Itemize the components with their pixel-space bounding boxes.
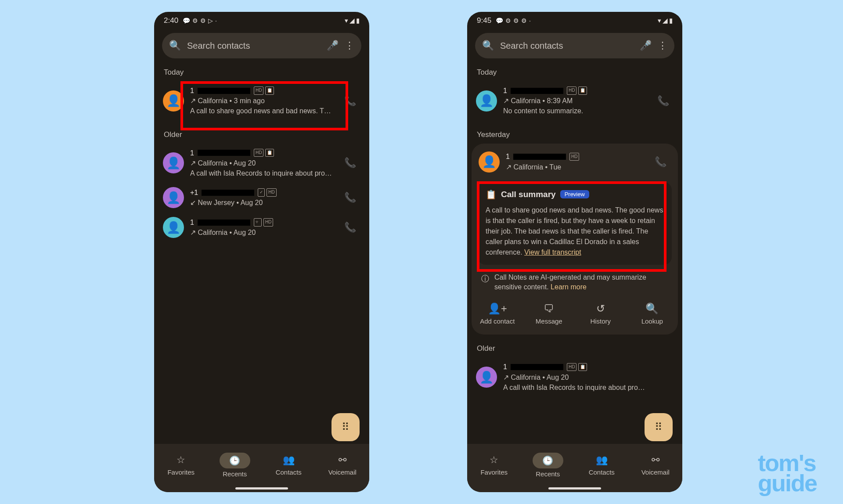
gesture-bar: [235, 487, 288, 490]
more-icon[interactable]: ⋮: [658, 40, 667, 51]
dialpad-fab[interactable]: ⠿: [331, 413, 360, 441]
redacted-number: [198, 150, 250, 156]
signal-icon: ◢: [349, 17, 355, 25]
signal-icon: ◢: [663, 17, 668, 25]
search-bar[interactable]: 🔍 Search contacts 🎤 ⋮: [162, 33, 361, 58]
more-icon[interactable]: ⋮: [345, 40, 354, 51]
wifi-icon: ▾: [345, 17, 348, 25]
history-icon: ↺: [581, 302, 620, 315]
section-today: Today: [467, 58, 682, 81]
outgoing-icon: ↗: [503, 374, 509, 381]
avatar[interactable]: 👤: [479, 151, 500, 173]
status-icons-left: 💬 ⚙ ⚙ ⚙ ·: [496, 17, 531, 24]
status-icons-right: ▾ ◢ ▮: [345, 17, 360, 25]
redacted-number: [513, 154, 566, 160]
section-yesterday: Yesterday: [467, 121, 682, 144]
avatar[interactable]: 👤: [163, 187, 184, 208]
dialpad-fab[interactable]: ⠿: [645, 413, 673, 441]
status-bar: 9:45 💬 ⚙ ⚙ ⚙ · ▾ ◢ ▮: [467, 12, 682, 29]
battery-icon: ▮: [356, 17, 360, 25]
status-time: 2:40: [164, 16, 178, 25]
action-history[interactable]: ↺History: [581, 302, 620, 325]
call-back-button[interactable]: 📞: [340, 187, 360, 208]
nav-contacts[interactable]: 👥Contacts: [264, 454, 313, 476]
outgoing-icon: ↗: [190, 159, 196, 167]
mic-icon[interactable]: 🎤: [327, 40, 339, 51]
nav-favorites[interactable]: ☆Favorites: [157, 454, 205, 476]
call-badges: HD 📋: [254, 86, 274, 95]
gesture-bar: [548, 487, 601, 490]
bottom-nav: ☆Favorites 🕒Recents 👥Contacts ⚯Voicemail: [154, 444, 369, 492]
call-row[interactable]: 👤 1 HD ↗ California • Tue 📞: [472, 145, 678, 179]
avatar[interactable]: 👤: [163, 90, 184, 112]
call-back-button[interactable]: 📞: [653, 91, 674, 111]
nav-voicemail[interactable]: ⚯Voicemail: [318, 454, 367, 476]
call-row[interactable]: 👤 +1 ✓HD ↙ New Jersey • Aug 20 📞: [154, 183, 369, 212]
call-summary-block: 📋 Call summary Preview A call to share g…: [478, 182, 672, 265]
add-contact-icon: 👤+: [478, 302, 517, 315]
avatar[interactable]: 👤: [476, 90, 497, 112]
call-actions: 👤+Add contact 🗨Message ↺History 🔍Lookup: [472, 296, 678, 327]
call-row[interactable]: 👤 1 HD📋 ↗ California • Aug 20 A call wit…: [467, 357, 682, 397]
avatar[interactable]: 👤: [163, 217, 184, 238]
call-back-button[interactable]: 📞: [340, 217, 360, 238]
avatar[interactable]: 👤: [476, 367, 497, 388]
view-transcript-link[interactable]: View full transcript: [524, 248, 581, 256]
redacted-number: [202, 190, 254, 196]
phone-screen-right: 9:45 💬 ⚙ ⚙ ⚙ · ▾ ◢ ▮ 🔍 Search contacts 🎤…: [467, 12, 682, 492]
call-row[interactable]: 👤 1 HD 📋 ↗ California • 3 min ago A call…: [154, 81, 369, 121]
nav-recents[interactable]: 🕒Recents: [211, 453, 259, 478]
action-message[interactable]: 🗨Message: [529, 302, 569, 325]
bottom-nav: ☆Favorites 🕒Recents 👥Contacts ⚯Voicemail: [467, 444, 682, 492]
people-icon: 👥: [264, 454, 313, 466]
wifi-icon: ▾: [658, 17, 661, 25]
learn-more-link[interactable]: Learn more: [551, 283, 587, 291]
redacted-number: [511, 364, 563, 370]
call-back-button[interactable]: 📞: [650, 152, 671, 172]
star-icon: ☆: [470, 454, 518, 466]
summary-text: A call to share good news and bad news. …: [486, 205, 664, 258]
summary-icon: 📋: [486, 189, 497, 200]
clock-icon: 🕒: [220, 453, 250, 468]
call-back-button[interactable]: 📞: [340, 91, 360, 111]
watermark: tom's guide: [758, 453, 817, 493]
call-row[interactable]: 👤 1 HD📋 ↗ California • 8:39 AM No conten…: [467, 81, 682, 121]
redacted-number: [198, 88, 250, 94]
phone-screen-left: 2:40 💬 ⚙ ⚙ ▷ · ▾ ◢ ▮ 🔍 Search contacts 🎤…: [154, 12, 369, 492]
ai-disclosure: ⓘ Call Notes are AI-generated and may su…: [472, 268, 678, 297]
redacted-number: [198, 220, 250, 226]
outgoing-icon: ↗: [190, 229, 196, 236]
avatar[interactable]: 👤: [163, 152, 184, 173]
section-older: Older: [467, 335, 682, 357]
action-add-contact[interactable]: 👤+Add contact: [478, 302, 517, 325]
call-row[interactable]: 👤 1 HD📋 ↗ California • Aug 20 A call wit…: [154, 144, 369, 183]
section-older: Older: [154, 121, 369, 144]
search-icon: 🔍: [169, 40, 181, 51]
outgoing-icon: ↗: [506, 163, 512, 171]
nav-voicemail[interactable]: ⚯Voicemail: [631, 454, 680, 476]
battery-icon: ▮: [669, 17, 673, 25]
people-icon: 👥: [577, 454, 626, 466]
search-placeholder: Search contacts: [500, 41, 634, 51]
status-bar: 2:40 💬 ⚙ ⚙ ▷ · ▾ ◢ ▮: [154, 12, 369, 29]
status-icons-right: ▾ ◢ ▮: [658, 17, 673, 25]
summary-preview: A call to share good news and bad news. …: [190, 106, 334, 116]
redacted-number: [511, 88, 563, 94]
action-lookup[interactable]: 🔍Lookup: [632, 302, 672, 325]
outgoing-icon: ↗: [190, 96, 196, 106]
clock-icon: 🕒: [533, 453, 563, 468]
search-bar[interactable]: 🔍 Search contacts 🎤 ⋮: [475, 33, 674, 58]
nav-favorites[interactable]: ☆Favorites: [470, 454, 518, 476]
mic-icon[interactable]: 🎤: [640, 40, 652, 51]
section-today: Today: [154, 58, 369, 81]
nav-contacts[interactable]: 👥Contacts: [577, 454, 626, 476]
voicemail-icon: ⚯: [318, 454, 367, 466]
call-back-button[interactable]: 📞: [340, 153, 360, 173]
number-prefix: 1: [190, 86, 194, 96]
voicemail-icon: ⚯: [631, 454, 680, 466]
nav-recents[interactable]: 🕒Recents: [524, 453, 572, 478]
message-icon: 🗨: [529, 302, 569, 315]
call-row[interactable]: 👤 1 ᯤHD ↗ California • Aug 20 📞: [154, 212, 369, 242]
expanded-call-card: 👤 1 HD ↗ California • Tue 📞 📋 Call summa…: [472, 144, 678, 335]
summary-title: Call summary: [501, 190, 556, 199]
